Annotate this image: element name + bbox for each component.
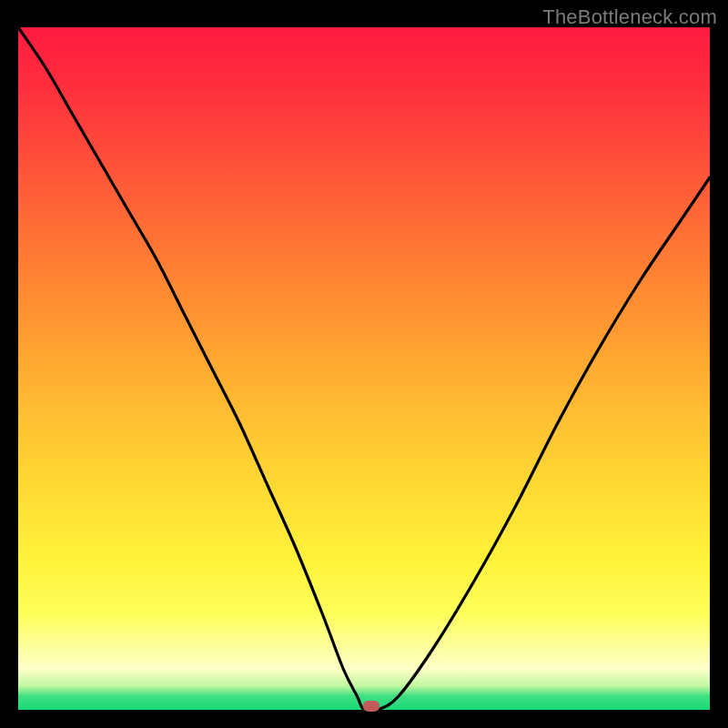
plot-area — [18, 27, 710, 710]
watermark-text: TheBottleneck.com — [542, 5, 717, 29]
chart-container: TheBottleneck.com — [0, 0, 728, 728]
bottleneck-curve — [18, 27, 710, 710]
bottleneck-marker — [363, 701, 379, 712]
